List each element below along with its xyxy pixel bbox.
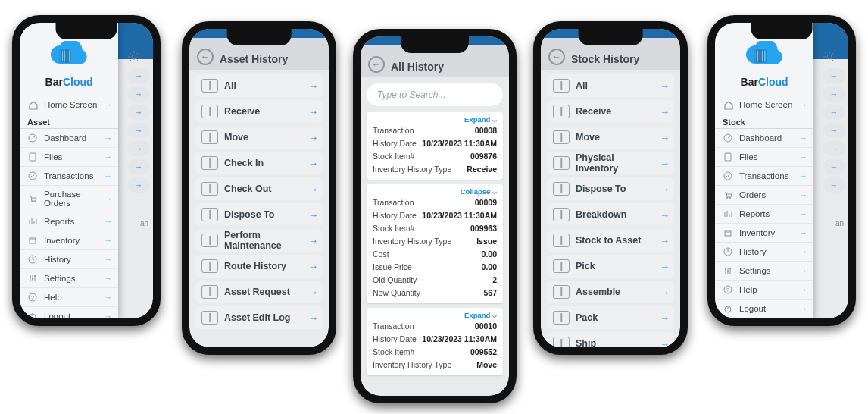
nav-item-reports[interactable]: Reports→ [715,205,813,224]
nav-item-home-screen[interactable]: Home Screen→ [20,96,118,114]
list-item-asset-request[interactable]: Asset Request→ [195,281,323,303]
nav-item-logout[interactable]: Logout→ [715,300,813,318]
list-item-all[interactable]: All→ [195,74,323,97]
svg-text:?: ? [31,294,35,301]
field-label: New Quantity [373,288,420,297]
nav-list: Home Screen→ [715,96,813,114]
svg-rect-7 [30,238,36,243]
nav-item-dashboard[interactable]: Dashboard→ [20,129,118,148]
list-item-receive[interactable]: Receive→ [195,100,323,123]
list-item-perform-maintenance[interactable]: Perform Maintenance→ [195,229,323,252]
nav-section-label: Asset [20,114,118,129]
field-value: 009963 [470,224,497,233]
cart-icon [723,190,733,200]
list-item-move[interactable]: Move→ [195,126,323,149]
card-toggle[interactable]: Expand [373,311,497,319]
nav-item-settings[interactable]: Settings→ [20,269,118,288]
list-item-dispose-to[interactable]: Dispose To→ [547,177,674,200]
list-item-pack[interactable]: Pack→ [547,306,674,329]
nav-item-reports[interactable]: Reports→ [20,212,118,231]
list-item-asset-edit-log[interactable]: Asset Edit Log→ [195,306,323,329]
power-icon [27,311,38,318]
nav-item-label: History [739,247,793,256]
list-item-check-in[interactable]: Check In→ [195,152,323,174]
list-item-move[interactable]: Move→ [547,126,674,149]
nav-item-dashboard[interactable]: Dashboard→ [715,129,813,148]
chevron-right-icon: → [799,209,807,218]
chevron-right-icon: → [799,190,807,199]
list-item-pick[interactable]: Pick→ [547,255,674,278]
search-input[interactable]: Type to Search... [367,83,503,106]
nav-item-history[interactable]: History→ [715,243,813,262]
list-item-assemble[interactable]: Assemble→ [547,281,674,303]
back-button[interactable]: ← [197,49,214,65]
field-label: Old Quantity [373,275,417,284]
nav-item-label: Dashboard [739,133,793,143]
nav-item-inventory[interactable]: Inventory→ [20,231,118,250]
list-item-breakdown[interactable]: Breakdown→ [547,203,674,226]
field-label: Stock Item# [373,347,414,356]
list-item-ship[interactable]: Ship→ [547,332,674,347]
chevron-right-icon: → [799,304,807,313]
nav-item-help[interactable]: ?Help→ [20,288,118,307]
card-toggle[interactable]: Collapse [373,187,497,196]
list-item-label: Check In [224,158,302,168]
check-icon [27,171,38,181]
nav-item-files[interactable]: Files→ [715,148,813,167]
svg-point-20 [726,197,728,199]
nav-item-transactions[interactable]: Transactions→ [20,167,118,186]
book-icon [201,79,218,93]
field-value: 00010 [475,321,497,331]
list-item-receive[interactable]: Receive→ [547,100,674,123]
screen-title: Asset History [220,53,288,65]
svg-point-19 [724,172,732,180]
arrow-right-icon: → [660,312,670,324]
ghost-arrow-icon: → [127,141,150,156]
back-button[interactable]: ← [548,49,565,65]
list-item-label: Receive [224,106,302,117]
nav-item-orders[interactable]: Orders→ [715,186,813,205]
background-screen-peek: an [140,219,148,227]
nav-item-inventory[interactable]: Inventory→ [715,224,813,243]
chevron-right-icon: → [799,228,807,237]
card-toggle[interactable]: Expand [373,115,497,124]
settings-gear-icon[interactable] [127,50,141,64]
back-button[interactable]: ← [368,56,385,73]
list-item-check-out[interactable]: Check Out→ [195,177,323,200]
arrow-right-icon: → [660,183,670,195]
book-icon [201,259,218,273]
nav-item-logout[interactable]: Logout→ [20,307,118,318]
list-item-route-history[interactable]: Route History→ [195,255,323,278]
field-value: 567 [483,288,497,297]
card-field: Issue Price0.00 [373,260,497,273]
nav-item-files[interactable]: Files→ [20,148,118,167]
list-item-dispose-to[interactable]: Dispose To→ [195,203,323,226]
field-value: 10/23/2023 11:30AM [422,334,497,343]
nav-item-purchase-orders[interactable]: Purchase Orders→ [20,186,118,212]
list-item-stock-to-asset[interactable]: Stock to Asset→ [547,229,674,252]
field-label: Cost [373,249,389,259]
svg-point-21 [729,197,731,199]
book-icon [553,156,570,170]
list-item-physical-inventory[interactable]: Physical Inventory→ [547,152,674,174]
book-icon [201,234,218,247]
list-item-all[interactable]: All→ [547,74,674,97]
arrow-right-icon: → [308,312,318,324]
card-field: Stock Item#009876 [373,149,497,162]
card-field: Stock Item#009552 [373,345,497,358]
nav-item-settings[interactable]: Settings→ [715,262,813,281]
nav-item-help[interactable]: ?Help→ [715,281,813,300]
arrow-right-icon: → [308,158,318,169]
nav-item-history[interactable]: History→ [20,250,118,269]
nav-item-home-screen[interactable]: Home Screen→ [715,96,813,114]
book-icon [553,79,570,93]
help-icon: ? [27,292,38,303]
settings-gear-icon[interactable] [823,50,836,64]
nav-item-transactions[interactable]: Transactions→ [715,167,813,186]
nav-item-label: Help [739,285,793,294]
navigation-drawer: BarCloudHome Screen→StockDashboard→Files… [715,23,813,318]
card-field: Inventory History TypeReceive [373,162,497,175]
list-item-label: All [576,80,654,91]
background-screen-peek: an [835,219,844,227]
brand-logo: BarCloud [715,36,813,96]
